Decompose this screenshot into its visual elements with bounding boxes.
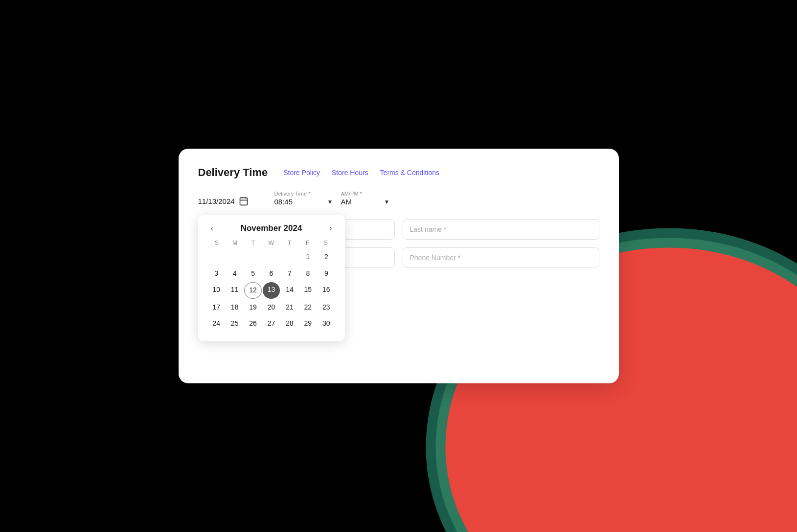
ampm-value: AM (341, 198, 382, 206)
calendar-day (208, 249, 225, 265)
card-header: Delivery Time Store Policy Store Hours T… (198, 166, 599, 179)
day-header-tue: T (244, 240, 262, 246)
main-card: Delivery Time Store Policy Store Hours T… (179, 149, 619, 383)
calendar-day[interactable]: 4 (226, 266, 243, 282)
calendar-month-title: November 2024 (241, 223, 302, 233)
calendar-day[interactable]: 15 (299, 282, 317, 299)
day-header-sat: S (317, 240, 335, 246)
calendar-next-button[interactable]: › (326, 223, 335, 234)
calendar-popup: ‹ November 2024 › S M T W T F S 12345678… (198, 215, 345, 341)
ampm-field-group: AM/PM * AM ▼ (341, 191, 390, 209)
calendar-day[interactable]: 8 (299, 266, 317, 282)
time-select-wrapper[interactable]: 08:45 ▼ (274, 198, 333, 209)
phone-input[interactable] (403, 247, 599, 268)
calendar-day[interactable]: 23 (318, 300, 335, 315)
calendar-day[interactable]: 21 (281, 300, 298, 315)
calendar-day (263, 249, 280, 265)
last-name-input[interactable] (403, 219, 599, 240)
calendar-header: ‹ November 2024 › (208, 223, 335, 234)
calendar-day[interactable]: 11 (226, 282, 243, 299)
calendar-day[interactable]: 16 (318, 282, 335, 299)
time-value: 08:45 (274, 198, 325, 206)
day-header-sun: S (208, 240, 226, 246)
calendar-grid: S M T W T F S 12345678910111213141516171… (208, 240, 335, 332)
calendar-day[interactable]: 26 (244, 316, 261, 332)
calendar-day[interactable]: 28 (281, 316, 298, 332)
calendar-day[interactable]: 18 (226, 300, 243, 315)
calendar-day[interactable]: 19 (244, 300, 261, 315)
calendar-day[interactable]: 10 (208, 282, 225, 299)
header-nav: Store Policy Store Hours Terms & Conditi… (283, 169, 439, 177)
calendar-day[interactable]: 9 (318, 266, 335, 282)
day-header-fri: F (298, 240, 317, 246)
day-header-wed: W (262, 240, 280, 246)
card-title: Delivery Time (198, 166, 268, 179)
time-dropdown-arrow: ▼ (327, 199, 333, 205)
ampm-select-wrapper[interactable]: AM ▼ (341, 198, 390, 209)
calendar-day[interactable]: 27 (263, 316, 280, 332)
time-field-label: Delivery Time * (274, 191, 333, 197)
calendar-day[interactable]: 6 (263, 266, 280, 282)
calendar-day[interactable]: 25 (226, 316, 243, 332)
calendar-day (281, 249, 298, 265)
datetime-row: 11/13/2024 Delivery Time * 08:45 ▼ AM/PM… (198, 191, 599, 209)
terms-conditions-link[interactable]: Terms & Conditions (380, 169, 439, 177)
calendar-day[interactable]: 14 (281, 282, 298, 299)
calendar-day[interactable]: 22 (299, 300, 317, 315)
date-field[interactable]: 11/13/2024 (198, 196, 267, 209)
calendar-day[interactable]: 3 (208, 266, 225, 282)
calendar-day[interactable]: 17 (208, 300, 225, 315)
calendar-prev-button[interactable]: ‹ (208, 223, 216, 234)
day-header-mon: M (226, 240, 244, 246)
calendar-day (244, 249, 261, 265)
date-value: 11/13/2024 (198, 197, 235, 205)
calendar-day[interactable]: 12 (244, 282, 261, 299)
calendar-day (226, 249, 243, 265)
store-hours-link[interactable]: Store Hours (332, 169, 368, 177)
calendar-icon-button[interactable] (239, 196, 249, 206)
calendar-day[interactable]: 24 (208, 316, 225, 332)
calendar-days: 1234567891011121314151617181920212223242… (208, 249, 335, 332)
calendar-day[interactable]: 29 (299, 316, 317, 332)
calendar-day[interactable]: 13 (263, 282, 280, 299)
calendar-icon (239, 196, 249, 206)
time-field-group: Delivery Time * 08:45 ▼ (274, 191, 333, 209)
calendar-day[interactable]: 1 (299, 249, 317, 265)
calendar-day[interactable]: 30 (318, 316, 335, 332)
calendar-day[interactable]: 5 (244, 266, 261, 282)
ampm-dropdown-arrow: ▼ (384, 199, 390, 205)
store-policy-link[interactable]: Store Policy (283, 169, 320, 177)
ampm-field-label: AM/PM * (341, 191, 390, 197)
calendar-day[interactable]: 7 (281, 266, 298, 282)
calendar-day[interactable]: 20 (263, 300, 280, 315)
calendar-day-headers: S M T W T F S (208, 240, 335, 246)
calendar-day[interactable]: 2 (318, 249, 335, 265)
day-header-thu: T (280, 240, 298, 246)
svg-rect-3 (240, 198, 247, 205)
